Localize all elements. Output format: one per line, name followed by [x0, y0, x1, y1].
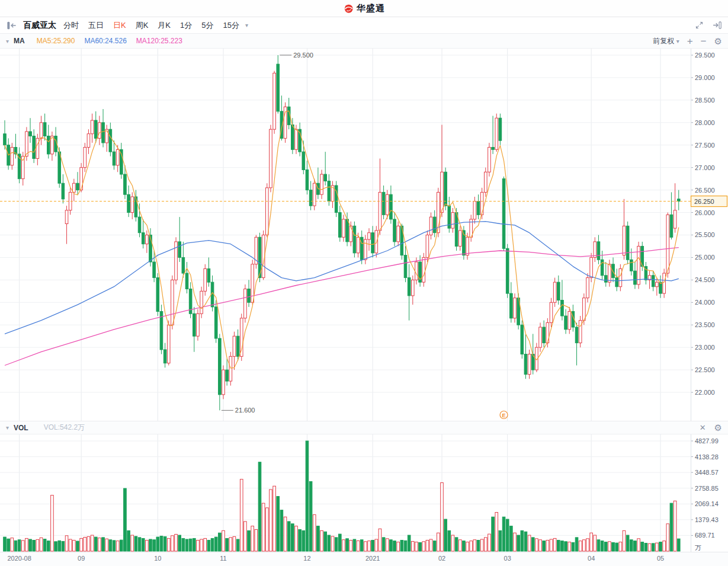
zoom-out-button[interactable]: −	[701, 36, 707, 46]
more-periods-dropdown-icon[interactable]: ▾	[245, 22, 248, 28]
svg-text:3448.57: 3448.57	[695, 469, 719, 476]
svg-text:22.000: 22.000	[695, 389, 715, 396]
tab-分时[interactable]: 分时	[63, 20, 79, 31]
tab-周K[interactable]: 周K	[136, 20, 149, 31]
candlestick-chart[interactable]: 29.50029.00028.50028.00027.50027.00026.5…	[0, 49, 728, 421]
collapse-main-chart-icon[interactable]: ▾	[6, 38, 9, 44]
svg-text:29.500: 29.500	[695, 52, 715, 59]
tab-5分[interactable]: 5分	[201, 20, 213, 31]
svg-text:25.000: 25.000	[695, 254, 715, 261]
earnings-event-marker[interactable]: E	[500, 411, 508, 419]
svg-text:689.71: 689.71	[695, 532, 715, 539]
ma120-value: MA120:25.223	[136, 37, 182, 45]
tab-五日[interactable]: 五日	[88, 20, 104, 31]
volume-bar-header: ▾ VOL VOL:542.2万 ✕ ⚙	[0, 421, 728, 434]
svg-text:24.500: 24.500	[695, 276, 715, 283]
adjust-mode-select[interactable]: 前复权 ▾	[653, 36, 679, 46]
current-price-tag[interactable]: 26.250	[691, 196, 727, 207]
svg-text:22.500: 22.500	[695, 366, 715, 373]
tab-1分[interactable]: 1分	[180, 20, 192, 31]
high-annotation-label: 29.500	[293, 52, 313, 59]
svg-text:29.000: 29.000	[695, 74, 715, 81]
svg-text:28.500: 28.500	[695, 97, 715, 104]
svg-text:26.250: 26.250	[694, 198, 714, 205]
time-axis-label: 05	[657, 555, 664, 562]
fullscreen-icon[interactable]	[695, 21, 704, 30]
candles-layer[interactable]	[4, 55, 680, 410]
chart-settings-gear-icon[interactable]: ⚙	[714, 37, 722, 46]
svg-text:2758.85: 2758.85	[695, 485, 719, 492]
time-axis-label: 12	[303, 555, 310, 562]
time-axis-label: 2021	[365, 555, 380, 562]
svg-text:23.000: 23.000	[695, 344, 715, 351]
volume-settings-gear-icon[interactable]: ⚙	[714, 423, 722, 432]
svg-text:28.000: 28.000	[695, 119, 715, 126]
svg-text:2069.14: 2069.14	[695, 500, 719, 507]
svg-text:26.000: 26.000	[695, 209, 715, 216]
svg-text:4827.99: 4827.99	[695, 437, 719, 445]
time-axis-label: 10	[154, 555, 161, 562]
low-annotation-label: 21.600	[235, 407, 255, 414]
chart-toolbar: 百威亚太 分时五日日K周K月K1分5分15分 ▾	[0, 17, 728, 34]
svg-text:万: 万	[695, 544, 701, 551]
svg-text:25.500: 25.500	[695, 231, 715, 238]
app-logo: 华盛通	[343, 3, 385, 14]
svg-text:E: E	[502, 412, 506, 418]
tab-日K[interactable]: 日K	[113, 20, 126, 31]
app-header: 华盛通	[0, 0, 728, 17]
tab-月K[interactable]: 月K	[158, 20, 171, 31]
volume-value: VOL:542.2万	[44, 423, 85, 433]
stock-name: 百威亚太	[23, 20, 56, 31]
volume-bars-layer[interactable]	[4, 441, 680, 551]
svg-text:27.000: 27.000	[695, 164, 715, 171]
ma-indicator-label[interactable]: MA	[14, 37, 25, 45]
volume-grid: 4827.994138.283448.572758.852069.141379.…	[0, 434, 719, 552]
tab-15分[interactable]: 15分	[223, 20, 239, 31]
time-axis-label: 03	[504, 555, 511, 562]
time-axis-label: 04	[588, 555, 595, 562]
svg-text:4138.28: 4138.28	[695, 453, 719, 461]
time-axis-label: 2020-08	[7, 555, 31, 562]
ma5-value: MA5:25.290	[37, 37, 75, 45]
svg-text:23.500: 23.500	[695, 321, 715, 328]
ma60-line	[5, 222, 679, 334]
app-title: 华盛通	[357, 3, 385, 14]
period-tabs: 分时五日日K周K月K1分5分15分	[63, 20, 249, 31]
ma60-value: MA60:24.526	[84, 37, 126, 45]
time-axis-label: 02	[438, 555, 445, 562]
indicator-bar: ▾ MA MA5:25.290 MA60:24.526 MA120:25.223…	[0, 34, 728, 49]
svg-text:27.500: 27.500	[695, 142, 715, 149]
collapse-panel-icon[interactable]	[6, 21, 17, 30]
volume-chart[interactable]: 4827.994138.283448.572758.852069.141379.…	[0, 434, 728, 552]
flame-logo-icon	[343, 3, 354, 14]
time-axis-label: 11	[220, 555, 226, 562]
collapse-volume-icon[interactable]: ▾	[6, 424, 9, 431]
close-volume-pane-icon[interactable]: ✕	[700, 424, 706, 431]
svg-text:1379.43: 1379.43	[695, 516, 719, 523]
time-axis-label: 09	[78, 555, 85, 562]
main-grid: 29.50029.00028.50028.00027.50027.00026.5…	[0, 49, 715, 421]
svg-text:26.500: 26.500	[695, 187, 715, 194]
vol-indicator-label[interactable]: VOL	[14, 424, 28, 432]
open-side-panel-icon[interactable]	[712, 21, 722, 30]
time-axis[interactable]: 2020-0809101112202102030405	[0, 552, 728, 566]
svg-text:24.000: 24.000	[695, 299, 715, 306]
ma120-line	[5, 248, 679, 366]
zoom-in-button[interactable]: +	[687, 36, 693, 46]
adjust-caret-icon: ▾	[676, 38, 679, 44]
